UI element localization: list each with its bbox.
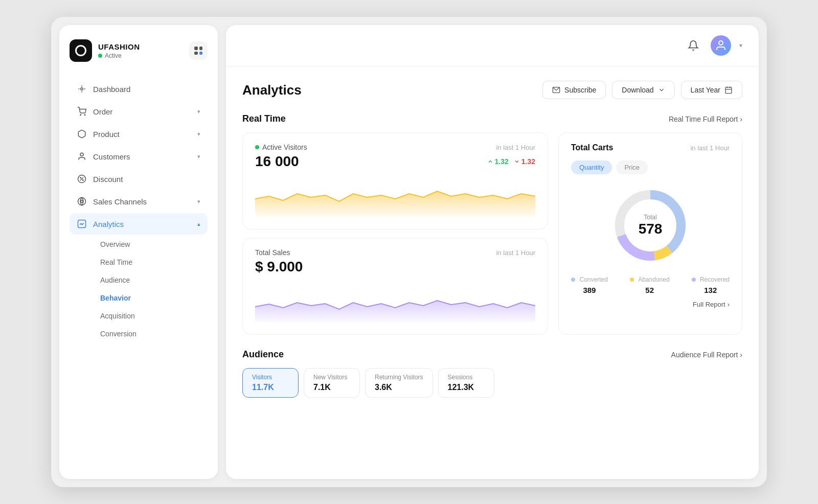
page-title: Analytics [242, 82, 302, 98]
legend-converted: Converted 389 [571, 274, 608, 294]
donut-wrapper: Total 578 [571, 185, 730, 266]
audience-tab-visitors[interactable]: Visitors 11.7K [242, 368, 299, 398]
converted-dot-icon [571, 278, 575, 282]
abandoned-value: 52 [630, 286, 670, 294]
carts-card: Total Carts in last 1 Hour Quantity Pric… [558, 132, 742, 335]
date-filter-button[interactable]: Last Year [681, 81, 742, 99]
app-wrapper: UFASHION Active Dashboard [51, 17, 767, 487]
user-menu-chevron[interactable]: ▾ [739, 42, 742, 49]
discount-icon [77, 174, 87, 184]
sessions-tab-label: Sessions [448, 374, 485, 381]
chevron-down-icon: ▾ [197, 153, 200, 160]
sub-nav-acquisition[interactable]: Acquisition [93, 307, 208, 325]
brand-status-label: Active [105, 52, 122, 59]
sub-nav-audience[interactable]: Audience [93, 271, 208, 289]
returning-visitors-tab-value: 3.6K [375, 383, 423, 392]
cart-tab-quantity[interactable]: Quantity [571, 161, 612, 174]
sidebar-item-analytics[interactable]: Analytics ▴ [70, 213, 208, 235]
visitors-value-row: 16 000 1.32 1.32 [255, 153, 535, 170]
notification-bell-button[interactable] [684, 36, 702, 55]
sidebar-item-sales-channels[interactable]: Sales Channels ▾ [70, 191, 208, 212]
sidebar-item-dashboard-label: Dashboard [93, 85, 130, 94]
sales-card-header: Total Sales in last 1 Hour [255, 248, 535, 257]
svg-point-6 [80, 177, 81, 178]
sub-nav-behavior[interactable]: Behavior [93, 289, 208, 307]
sidebar-item-customers[interactable]: Customers ▾ [70, 146, 208, 167]
sessions-tab-value: 121.3K [448, 383, 485, 392]
sidebar-item-discount-label: Discount [93, 175, 123, 184]
sidebar-item-product-label: Product [93, 130, 120, 139]
audience-tabs: Visitors 11.7K New Visitors 7.1K Returni… [242, 368, 742, 398]
new-visitors-tab-label: New Visitors [313, 374, 350, 381]
visitors-card: Active Visitors in last 1 Hour 16 000 1.… [242, 132, 548, 230]
arrow-up-icon [487, 158, 493, 165]
legend-recovered: Recovered 132 [692, 274, 730, 294]
badge-down: 1.32 [514, 157, 535, 166]
sub-nav-realtime[interactable]: Real Time [93, 254, 208, 271]
sales-label: Total Sales [255, 248, 290, 257]
svg-point-7 [83, 180, 84, 181]
sidebar-item-product[interactable]: Product ▾ [70, 123, 208, 145]
calendar-icon [724, 86, 733, 94]
visitors-tab-value: 11.7K [252, 383, 289, 392]
badge-up: 1.32 [487, 157, 509, 166]
avatar[interactable] [711, 35, 731, 56]
converted-label: Converted [579, 276, 607, 283]
sidebar-item-sales-label: Sales Channels [93, 197, 147, 206]
sales-time: in last 1 Hour [496, 249, 535, 257]
title-actions: Subscribe Download Last Year [542, 81, 742, 99]
full-report-link[interactable]: Full Report › [571, 301, 730, 308]
sub-nav-overview[interactable]: Overview [93, 236, 208, 253]
sub-nav-conversion[interactable]: Conversion [93, 325, 208, 342]
visitors-tab-label: Visitors [252, 374, 289, 381]
main-content: ▾ Analytics Subscribe Download [226, 25, 759, 479]
carts-legend: Converted 389 Abandoned 52 [571, 274, 730, 294]
donut-center: Total 578 [639, 214, 663, 237]
sidebar-item-analytics-label: Analytics [93, 220, 124, 228]
converted-value: 389 [571, 286, 608, 294]
sales-card: Total Sales in last 1 Hour $ 9.000 [242, 238, 548, 335]
brand-logo [70, 39, 92, 62]
brand-name: UFASHION [98, 42, 140, 51]
email-icon [552, 86, 560, 94]
grid-icon [194, 47, 202, 55]
visitors-time: in last 1 Hour [496, 144, 535, 151]
sales-value-row: $ 9.000 [255, 259, 535, 275]
subscribe-button[interactable]: Subscribe [542, 81, 606, 99]
brand-status: Active [98, 52, 140, 59]
audience-tab-returning-visitors[interactable]: Returning Visitors 3.6K [365, 368, 433, 398]
sidebar-item-customers-label: Customers [93, 152, 130, 161]
download-button[interactable]: Download [612, 81, 674, 99]
sidebar-item-dashboard[interactable]: Dashboard [70, 78, 208, 100]
sales-chart [255, 281, 535, 322]
svg-point-2 [84, 114, 85, 116]
active-dot-icon [255, 145, 259, 149]
sidebar-item-order[interactable]: Order ▾ [70, 101, 208, 122]
visitors-card-header: Active Visitors in last 1 Hour [255, 143, 535, 151]
recovered-dot-icon [692, 278, 696, 282]
audience-tab-new-visitors[interactable]: New Visitors 7.1K [304, 368, 360, 398]
audience-section-header: Audience Audience Full Report › [242, 349, 742, 360]
cart-tab-price[interactable]: Price [616, 161, 648, 174]
sidebar-item-discount[interactable]: Discount [70, 168, 208, 190]
audience-tab-sessions[interactable]: Sessions 121.3K [438, 368, 494, 398]
new-visitors-tab-value: 7.1K [313, 383, 350, 392]
realtime-full-report-link[interactable]: Real Time Full Report › [669, 115, 742, 123]
visitors-value: 16 000 [255, 153, 299, 170]
returning-visitors-tab-label: Returning Visitors [375, 374, 423, 381]
sales-channels-icon [77, 196, 87, 207]
realtime-section-title: Real Time [242, 113, 286, 124]
grid-button[interactable] [189, 41, 208, 60]
abandoned-dot-icon [630, 278, 634, 282]
chevron-down-icon: ▾ [197, 131, 200, 138]
chevron-down-icon: ▾ [197, 108, 200, 115]
chevron-down-icon: ▾ [197, 198, 200, 205]
analytics-sub-nav: Overview Real Time Audience Behavior Acq… [70, 236, 208, 343]
svg-point-1 [80, 114, 81, 116]
recovered-label: Recovered [700, 276, 730, 283]
donut-total-value: 578 [639, 221, 663, 237]
legend-abandoned: Abandoned 52 [630, 274, 670, 294]
page-title-row: Analytics Subscribe Download [242, 81, 742, 99]
page-body: Analytics Subscribe Download [226, 66, 759, 479]
audience-full-report-link[interactable]: Audience Full Report › [671, 351, 742, 359]
